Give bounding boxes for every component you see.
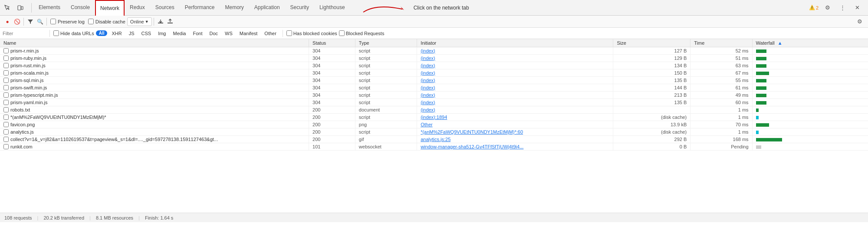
- filter-other[interactable]: Other: [262, 30, 279, 36]
- hide-data-urls-label[interactable]: Hide data URLs: [53, 30, 94, 36]
- table-row[interactable]: prism-r.min.js304script(index)127 B52 ms: [0, 47, 868, 55]
- tab-lighthouse[interactable]: Lighthouse: [314, 0, 350, 16]
- row-initiator[interactable]: *(anM%2FaWQ9VUEtNTU0NDY1MzEtMjM)*:60: [417, 128, 613, 136]
- table-row[interactable]: collect?v=1&_v=j82&a=1102619537&t=pagevi…: [0, 136, 868, 143]
- hide-data-urls-checkbox[interactable]: [53, 30, 59, 36]
- blocked-requests-label[interactable]: Blocked Requests: [339, 30, 385, 36]
- tab-performance[interactable]: Performance: [180, 0, 220, 16]
- more-options-icon[interactable]: ⋮: [837, 2, 848, 13]
- row-initiator[interactable]: (index):1894: [417, 114, 613, 121]
- row-select-checkbox[interactable]: [3, 70, 9, 76]
- row-select-checkbox[interactable]: [3, 129, 9, 135]
- col-status[interactable]: Status: [309, 39, 355, 47]
- record-button[interactable]: ●: [3, 17, 12, 26]
- row-select-checkbox[interactable]: [3, 92, 9, 98]
- network-throttle-select[interactable]: Online ▼: [127, 17, 152, 26]
- row-initiator[interactable]: (index): [417, 62, 613, 69]
- filter-xhr[interactable]: XHR: [109, 30, 124, 36]
- row-size: 13.9 kB: [613, 121, 690, 128]
- export-har-button[interactable]: [165, 17, 175, 26]
- tab-network[interactable]: Network: [95, 0, 125, 16]
- all-badge[interactable]: All: [96, 30, 108, 36]
- search-icon[interactable]: 🔍: [35, 17, 45, 26]
- row-select-checkbox[interactable]: [3, 144, 9, 149]
- filter-media[interactable]: Media: [170, 30, 188, 36]
- settings-icon[interactable]: ⚙: [822, 2, 833, 13]
- preserve-log-checkbox[interactable]: [50, 19, 56, 24]
- tab-elements[interactable]: Elements: [33, 0, 66, 16]
- row-select-checkbox[interactable]: [3, 107, 9, 112]
- table-row[interactable]: favicon.png200pngOther13.9 kB70 ms: [0, 121, 868, 128]
- import-har-button[interactable]: [156, 17, 165, 26]
- row-initiator[interactable]: (index): [417, 69, 613, 77]
- disable-cache-checkbox[interactable]: [88, 19, 94, 24]
- has-blocked-cookies-label[interactable]: Has blocked cookies: [286, 30, 337, 36]
- tab-sources[interactable]: Sources: [150, 0, 180, 16]
- table-row[interactable]: analytics.js200script*(anM%2FaWQ9VUEtNTU…: [0, 128, 868, 136]
- row-initiator[interactable]: Other: [417, 121, 613, 128]
- table-row[interactable]: prism-yaml.min.js304script(index)135 B60…: [0, 99, 868, 106]
- blocked-requests-checkbox[interactable]: [339, 30, 345, 36]
- row-select-checkbox[interactable]: [3, 137, 9, 142]
- filter-css[interactable]: CSS: [139, 30, 154, 36]
- row-select-checkbox[interactable]: [3, 100, 9, 105]
- row-select-checkbox[interactable]: [3, 115, 9, 120]
- row-initiator[interactable]: analytics.js:25: [417, 136, 613, 143]
- filter-manifest[interactable]: Manifest: [237, 30, 260, 36]
- disable-cache-label[interactable]: Disable cache: [88, 19, 125, 24]
- red-arrow-icon: [359, 1, 411, 14]
- table-row[interactable]: prism-swift.min.js304script(index)144 B6…: [0, 84, 868, 92]
- row-size: 0 B: [613, 143, 690, 151]
- filter-doc[interactable]: Doc: [207, 30, 220, 36]
- col-type[interactable]: Type: [355, 39, 417, 47]
- table-row[interactable]: prism-ruby.min.js304script(index)129 B51…: [0, 55, 868, 62]
- filter-font[interactable]: Font: [190, 30, 205, 36]
- row-select-checkbox[interactable]: [3, 122, 9, 127]
- col-initiator[interactable]: Initiator: [417, 39, 613, 47]
- filter-icon[interactable]: [26, 17, 35, 26]
- tab-redux[interactable]: Redux: [125, 0, 150, 16]
- preserve-log-label[interactable]: Preserve log: [50, 19, 85, 24]
- filter-ws[interactable]: WS: [222, 30, 235, 36]
- warning-badge[interactable]: ⚠️ 2: [809, 5, 819, 10]
- table-row[interactable]: prism-typescript.min.js304script(index)2…: [0, 92, 868, 99]
- row-select-checkbox[interactable]: [3, 63, 9, 68]
- inspect-icon[interactable]: [2, 2, 13, 13]
- filter-input[interactable]: [3, 31, 46, 36]
- row-initiator[interactable]: (index): [417, 77, 613, 84]
- row-select-checkbox[interactable]: [3, 85, 9, 90]
- row-select-checkbox[interactable]: [3, 48, 9, 53]
- tab-security[interactable]: Security: [285, 0, 314, 16]
- has-blocked-cookies-checkbox[interactable]: [286, 30, 292, 36]
- col-waterfall[interactable]: Waterfall ▲: [752, 39, 868, 47]
- clear-button[interactable]: 🚫: [12, 17, 22, 26]
- filter-img[interactable]: Img: [155, 30, 168, 36]
- tab-memory[interactable]: Memory: [220, 0, 249, 16]
- row-initiator[interactable]: (index): [417, 84, 613, 92]
- row-type: document: [355, 106, 417, 114]
- row-initiator[interactable]: (index): [417, 55, 613, 62]
- col-name[interactable]: Name: [0, 39, 309, 47]
- row-select-checkbox[interactable]: [3, 56, 9, 61]
- row-initiator[interactable]: (index): [417, 47, 613, 55]
- col-size[interactable]: Size: [613, 39, 690, 47]
- row-initiator[interactable]: (index): [417, 106, 613, 114]
- table-row[interactable]: *(anM%2FaWQ9VUEtNTU0NDY1MzEtMjM)*200scri…: [0, 114, 868, 121]
- table-row[interactable]: runkit.com101websocketwindow-manager-sha…: [0, 143, 868, 151]
- table-row[interactable]: prism-rust.min.js304script(index)134 B63…: [0, 62, 868, 69]
- row-select-checkbox[interactable]: [3, 78, 9, 83]
- tab-application[interactable]: Application: [249, 0, 285, 16]
- table-row[interactable]: prism-scala.min.js304script(index)150 B6…: [0, 69, 868, 77]
- col-time[interactable]: Time: [690, 39, 752, 47]
- tab-console[interactable]: Console: [66, 0, 95, 16]
- device-icon[interactable]: [15, 2, 26, 13]
- table-row[interactable]: robots.txt200document(index)1 ms: [0, 106, 868, 114]
- table-row[interactable]: prism-sql.min.js304script(index)135 B55 …: [0, 77, 868, 84]
- row-initiator[interactable]: (index): [417, 99, 613, 106]
- row-initiator[interactable]: (index): [417, 92, 613, 99]
- filter-js[interactable]: JS: [126, 30, 137, 36]
- row-status: 200: [309, 121, 355, 128]
- row-initiator[interactable]: window-manager-sha512-Gv4TFfSfTjUWj4t9i4…: [417, 143, 613, 151]
- close-devtools-icon[interactable]: ✕: [852, 2, 863, 13]
- settings-gear-icon[interactable]: ⚙: [854, 16, 865, 27]
